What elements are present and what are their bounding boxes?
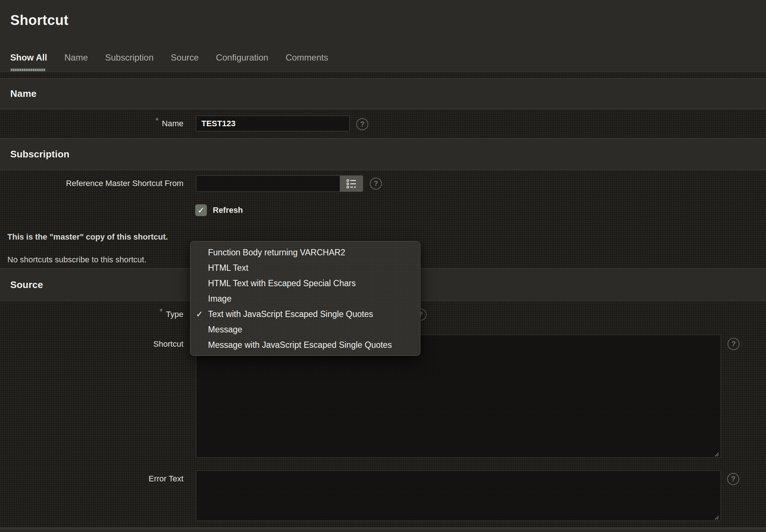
list-of-values-icon: [346, 179, 357, 189]
shortcut-field-label: Shortcut: [0, 339, 183, 349]
menu-item[interactable]: Message: [190, 322, 420, 337]
subscription-section-title: Subscription: [10, 149, 69, 160]
no-subscribers-note: No shortcuts subscribe to this shortcut.: [7, 255, 146, 265]
error-text-textarea[interactable]: [196, 470, 721, 521]
lov-picker-button[interactable]: [340, 175, 363, 192]
reference-master-input[interactable]: [196, 175, 340, 192]
tab-name[interactable]: Name: [64, 52, 88, 63]
error-text-help-icon[interactable]: ?: [727, 473, 739, 485]
tab-configuration[interactable]: Configuration: [216, 52, 269, 63]
tab-bar: Show All Name Subscription Source Config…: [10, 52, 328, 63]
required-icon: *: [156, 116, 159, 125]
name-help-icon[interactable]: ?: [356, 118, 368, 130]
name-input[interactable]: [196, 116, 350, 131]
page-title: Shortcut: [10, 12, 69, 28]
shortcut-help-icon[interactable]: ?: [727, 338, 740, 350]
reference-master-help-icon[interactable]: ?: [370, 178, 382, 190]
name-section-title: Name: [10, 88, 37, 99]
name-field-row: *Name ?: [0, 109, 766, 139]
required-icon: *: [160, 307, 163, 316]
menu-item[interactable]: Function Body returning VARCHAR2: [190, 245, 420, 260]
refresh-checkbox[interactable]: ✓: [195, 204, 207, 216]
tab-comments[interactable]: Comments: [285, 52, 328, 63]
tab-show-all[interactable]: Show All: [10, 52, 47, 63]
menu-item[interactable]: HTML Text: [190, 260, 420, 276]
checkmark-icon: ✓: [197, 205, 204, 215]
resize-handle-icon[interactable]: [713, 514, 719, 520]
error-text-field-label: Error Text: [0, 474, 183, 484]
source-section-title: Source: [10, 279, 43, 290]
menu-item-selected[interactable]: ✓Text with JavaScript Escaped Single Quo…: [190, 306, 420, 322]
reference-master-label: Reference Master Shortcut From: [0, 179, 183, 188]
name-section-header: Name: [0, 79, 766, 109]
menu-item[interactable]: Image: [190, 291, 420, 306]
tab-source[interactable]: Source: [171, 52, 199, 63]
tab-subscription[interactable]: Subscription: [105, 52, 153, 63]
menu-item[interactable]: Message with JavaScript Escaped Single Q…: [190, 337, 420, 353]
active-tab-indicator: [10, 69, 45, 71]
subscription-section-header: Subscription: [0, 139, 766, 170]
master-copy-note: This is the "master" copy of this shortc…: [7, 232, 168, 242]
shortcut-edit-page: Shortcut Show All Name Subscription Sour…: [0, 0, 766, 532]
type-field-label: *Type: [0, 310, 183, 319]
bottom-strip: [0, 528, 766, 532]
menu-item[interactable]: HTML Text with Escaped Special Chars: [190, 276, 420, 291]
resize-handle-icon[interactable]: [713, 451, 719, 457]
refresh-checkbox-label: Refresh: [213, 205, 243, 215]
tab-divider-strip: [0, 72, 766, 79]
name-field-label: *Name: [0, 119, 183, 128]
selected-check-icon: ✓: [196, 306, 203, 322]
type-select-menu: Function Body returning VARCHAR2 HTML Te…: [190, 241, 420, 356]
